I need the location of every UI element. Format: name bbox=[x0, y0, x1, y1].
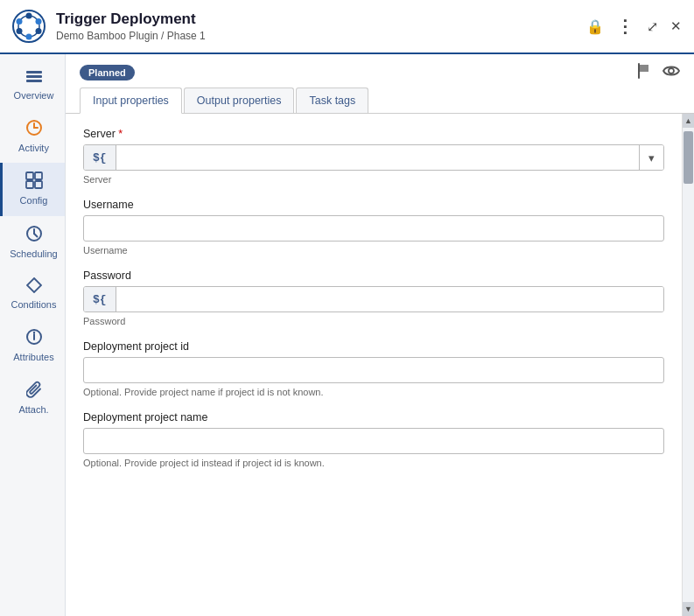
password-label: Password bbox=[83, 270, 664, 282]
svg-rect-9 bbox=[26, 75, 42, 78]
tabs-bar: Input properties Output properties Task … bbox=[66, 88, 694, 114]
menu-icon[interactable]: ⋮ bbox=[616, 16, 634, 37]
svg-point-2 bbox=[26, 13, 32, 19]
password-prefix: ${ bbox=[84, 287, 116, 312]
deployment-project-name-input[interactable] bbox=[83, 428, 664, 454]
svg-point-5 bbox=[26, 34, 32, 40]
deployment-project-id-input[interactable] bbox=[83, 357, 664, 383]
page-subtitle: Demo Bamboo Plugin / Phase 1 bbox=[56, 30, 586, 42]
deployment-project-id-label: Deployment project id bbox=[83, 340, 664, 353]
overview-icon bbox=[25, 70, 43, 87]
svg-point-4 bbox=[36, 28, 42, 34]
expand-icon[interactable]: ⤢ bbox=[647, 18, 658, 35]
title-bar-actions: 🔒 ⋮ ⤢ ✕ bbox=[586, 16, 682, 37]
deployment-project-name-hint: Optional. Provide project id instead if … bbox=[83, 458, 664, 468]
svg-point-23 bbox=[32, 332, 34, 333]
svg-line-20 bbox=[34, 234, 38, 237]
tab-output-properties[interactable]: Output properties bbox=[184, 88, 295, 113]
deployment-project-id-hint: Optional. Provide project name if projec… bbox=[83, 387, 664, 397]
status-badge: Planned bbox=[80, 65, 135, 80]
sidebar-item-scheduling[interactable]: Scheduling bbox=[0, 216, 65, 269]
scheduling-icon bbox=[25, 225, 43, 245]
sidebar-label-attach: Attach. bbox=[18, 404, 48, 416]
page-title: Trigger Deployment bbox=[56, 10, 586, 28]
svg-point-3 bbox=[36, 18, 42, 24]
sidebar-label-conditions: Conditions bbox=[11, 299, 57, 311]
server-input-wrapper: ${ ▾ bbox=[83, 144, 664, 171]
sidebar-item-attach[interactable]: Attach. bbox=[0, 372, 65, 424]
attach-icon bbox=[26, 381, 42, 401]
app-logo bbox=[12, 10, 46, 43]
username-label: Username bbox=[83, 199, 664, 211]
svg-rect-14 bbox=[26, 172, 33, 179]
close-icon[interactable]: ✕ bbox=[670, 18, 682, 34]
password-input[interactable] bbox=[116, 287, 663, 312]
deployment-project-name-label: Deployment project name bbox=[83, 411, 664, 424]
username-hint: Username bbox=[83, 245, 664, 256]
username-input[interactable] bbox=[83, 215, 664, 242]
sidebar-label-attributes: Attributes bbox=[13, 352, 53, 363]
svg-rect-17 bbox=[35, 181, 42, 188]
svg-point-6 bbox=[17, 28, 23, 34]
conditions-icon bbox=[26, 277, 42, 296]
sidebar-item-activity[interactable]: Activity bbox=[0, 110, 65, 163]
content-area: Planned Input properties O bbox=[66, 54, 694, 616]
tab-input-properties[interactable]: Input properties bbox=[80, 88, 182, 114]
server-dropdown-arrow[interactable]: ▾ bbox=[639, 145, 663, 170]
eye-icon[interactable] bbox=[662, 65, 680, 80]
sidebar-item-attributes[interactable]: Attributes bbox=[0, 319, 65, 372]
svg-rect-8 bbox=[26, 71, 42, 74]
svg-rect-10 bbox=[26, 80, 42, 82]
svg-point-7 bbox=[17, 18, 23, 24]
svg-point-1 bbox=[18, 16, 39, 37]
server-label: Server * bbox=[83, 128, 664, 140]
flag-icon[interactable] bbox=[636, 63, 650, 82]
sidebar-item-config[interactable]: Config bbox=[0, 163, 65, 215]
svg-rect-16 bbox=[26, 181, 33, 188]
scrollbar-track: ▲ ▼ bbox=[682, 114, 694, 616]
config-icon bbox=[25, 172, 43, 192]
sidebar-label-activity: Activity bbox=[18, 143, 49, 154]
svg-rect-15 bbox=[35, 172, 42, 179]
form-group-password: Password ${ Password bbox=[83, 270, 664, 326]
sidebar-label-overview: Overview bbox=[14, 90, 54, 102]
tab-task-tags[interactable]: Task tags bbox=[296, 88, 368, 113]
content-header: Planned bbox=[66, 54, 694, 88]
main-layout: Overview Activity Config bbox=[0, 54, 694, 616]
form-group-deployment-project-id: Deployment project id Optional. Provide … bbox=[83, 340, 664, 397]
server-hint: Server bbox=[83, 174, 664, 185]
form-group-server: Server * ${ ▾ Server bbox=[83, 128, 664, 185]
server-input[interactable] bbox=[116, 145, 639, 170]
header-icons bbox=[636, 63, 680, 82]
sidebar-item-conditions[interactable]: Conditions bbox=[0, 269, 65, 319]
title-bar: Trigger Deployment Demo Bamboo Plugin / … bbox=[0, 0, 694, 54]
password-hint: Password bbox=[83, 316, 664, 326]
svg-point-25 bbox=[669, 68, 674, 74]
sidebar-item-overview[interactable]: Overview bbox=[0, 61, 65, 110]
title-text: Trigger Deployment Demo Bamboo Plugin / … bbox=[56, 10, 586, 42]
lock-icon[interactable]: 🔒 bbox=[586, 18, 604, 35]
server-prefix: ${ bbox=[84, 145, 116, 170]
password-input-wrapper: ${ bbox=[83, 286, 664, 312]
form-group-deployment-project-name: Deployment project name Optional. Provid… bbox=[83, 411, 664, 468]
form-group-username: Username Username bbox=[83, 199, 664, 256]
sidebar: Overview Activity Config bbox=[0, 54, 66, 616]
scroll-up-button[interactable]: ▲ bbox=[683, 114, 695, 128]
scroll-thumb[interactable] bbox=[683, 131, 693, 184]
sidebar-label-config: Config bbox=[20, 195, 48, 206]
sidebar-label-scheduling: Scheduling bbox=[10, 248, 57, 260]
attributes-icon bbox=[25, 328, 43, 348]
form-area: Server * ${ ▾ Server Username Username bbox=[66, 114, 682, 616]
scroll-area: Server * ${ ▾ Server Username Username bbox=[66, 114, 694, 616]
scroll-thumb-area bbox=[683, 128, 694, 602]
scroll-down-button[interactable]: ▼ bbox=[683, 602, 695, 616]
activity-icon bbox=[25, 119, 43, 139]
